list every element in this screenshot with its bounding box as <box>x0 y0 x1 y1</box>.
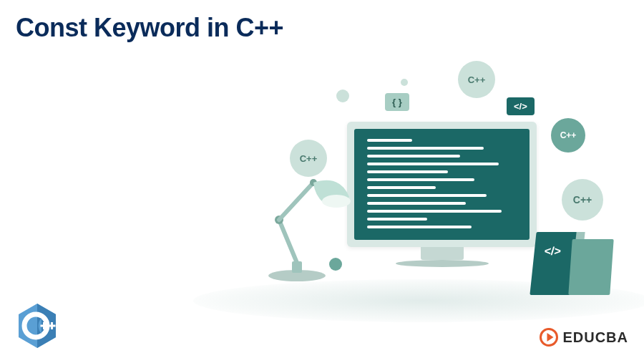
educba-play-icon <box>540 328 558 347</box>
monitor-base <box>396 260 489 267</box>
code-badge-icon: </> <box>507 97 535 115</box>
monitor-stand <box>421 247 464 260</box>
cpp-logo-icon <box>16 302 59 349</box>
code-line <box>367 226 472 228</box>
code-line <box>367 202 466 205</box>
desk-lamp-icon <box>258 168 358 283</box>
educba-text: EDUCBA <box>562 329 628 346</box>
code-line <box>367 170 448 173</box>
cpp-bubble-icon: C++ <box>562 179 603 221</box>
book-back <box>568 239 613 295</box>
svg-rect-11 <box>41 325 48 327</box>
code-line <box>367 194 487 197</box>
code-line <box>367 178 474 181</box>
book-label-icon: </> <box>544 245 562 258</box>
code-line <box>367 218 427 221</box>
svg-line-2 <box>279 220 297 263</box>
code-line <box>367 139 412 142</box>
svg-line-4 <box>279 183 313 220</box>
monitor-illustration <box>347 122 537 265</box>
code-line <box>367 186 436 189</box>
educba-logo: EDUCBA <box>540 328 628 347</box>
cpp-bubble-icon: C++ <box>458 61 495 98</box>
svg-point-6 <box>322 195 351 208</box>
braces-badge-icon: { } <box>385 93 409 111</box>
books-illustration: </> <box>533 227 619 295</box>
cpp-bubble-icon: C++ <box>551 118 585 153</box>
monitor-screen <box>354 129 530 240</box>
code-line <box>367 210 502 213</box>
code-line <box>367 163 499 165</box>
svg-rect-13 <box>49 325 56 327</box>
code-line <box>367 147 484 150</box>
monitor-frame <box>347 122 537 247</box>
decor-dot <box>336 90 349 102</box>
illustration-area: C++ C++ C++ C++ { } </> <box>222 57 623 329</box>
decor-dot <box>401 79 408 86</box>
code-line <box>367 155 460 158</box>
page-title: Const Keyword in C++ <box>16 13 283 43</box>
